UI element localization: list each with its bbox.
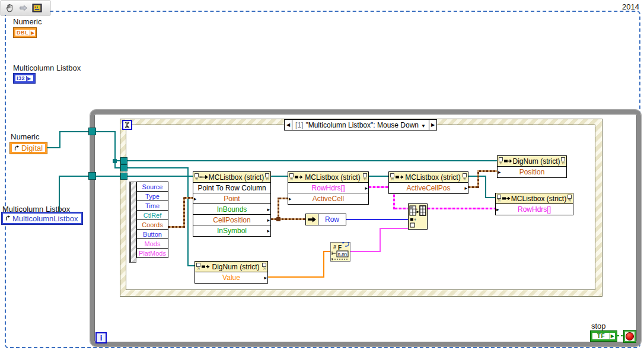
wire-value-double[interactable]	[324, 251, 330, 252]
event-data-node[interactable]: Source Type Time CtlRef Coords Button Mo…	[136, 182, 168, 258]
wire-digital-ref[interactable]	[60, 131, 89, 132]
unbundle-field-row[interactable]: Row	[318, 214, 346, 225]
pan-hand-icon[interactable]	[4, 3, 15, 14]
wire-listbox-ref[interactable]	[60, 176, 89, 177]
stop-boolean-terminal[interactable]: TF ▶	[590, 330, 617, 342]
svg-text:+: +	[416, 207, 418, 211]
property-node-dignum-value[interactable]: ?! DigNum (strict) ?! Value	[195, 261, 268, 284]
wire-listbox-ref-chain[interactable]	[485, 176, 486, 198]
digital-control-reference[interactable]: Digital	[10, 142, 47, 154]
refnum-arrow-icon	[5, 215, 11, 221]
property-position[interactable]: Position	[498, 167, 566, 177]
invoke-method-row[interactable]: Point To Row Column	[193, 183, 270, 193]
wire-number-string[interactable]	[350, 251, 381, 252]
event-data-item[interactable]: Time	[136, 201, 168, 211]
event-data-item[interactable]: Type	[136, 191, 168, 201]
wire-value-double[interactable]	[268, 276, 324, 278]
invoke-param-point[interactable]: Point	[193, 193, 270, 204]
loop-condition-terminal[interactable]	[623, 330, 636, 343]
next-case-arrow-icon[interactable]	[429, 120, 436, 130]
wire-listbox-ref[interactable]	[59, 176, 60, 212]
event-data-item[interactable]: Source	[136, 182, 168, 192]
property-node-activecellpos[interactable]: ?! MCListbox (strict) ?! ActiveCellPos	[388, 171, 468, 194]
event-data-item[interactable]: Button	[136, 229, 168, 239]
wire-activecellpos[interactable]	[477, 170, 479, 188]
wire-coords-to-point[interactable]	[184, 197, 193, 199]
hourglass-icon	[125, 122, 130, 128]
event-data-item[interactable]: CtlRef	[136, 210, 168, 220]
wire-digital-ref[interactable]	[95, 131, 115, 132]
loop-tunnel-listbox[interactable]	[88, 172, 96, 180]
reference-corner-icon: ?!	[196, 263, 201, 271]
wire-listbox-ref-chain[interactable]	[271, 176, 288, 177]
invoke-icon	[199, 174, 208, 180]
property-rowhdrs[interactable]: RowHdrs[]	[288, 183, 368, 193]
wire-listbox-ref-chain[interactable]	[369, 176, 388, 177]
property-value[interactable]: Value	[195, 272, 267, 283]
wire-listbox-ref-to-invoke[interactable]	[127, 176, 193, 177]
numeric-dbl-terminal[interactable]: DBL ▶	[13, 27, 37, 38]
wire-listbox-ref[interactable]	[95, 176, 120, 177]
forward-arrow-icon[interactable]	[18, 3, 28, 14]
unbundle-arrow-icon	[307, 215, 317, 224]
error-corner-icon: ?!	[567, 195, 572, 203]
invoke-node-mclistbox[interactable]: ?! MCListbox (strict) ?! Point To Row Co…	[193, 171, 271, 237]
invoke-param-inbounds[interactable]: InBounds	[193, 204, 270, 215]
previous-case-arrow-icon[interactable]	[285, 120, 292, 130]
listbox-i32-terminal[interactable]: I32 ▶	[13, 73, 36, 84]
wire-coords-cluster[interactable]	[168, 226, 184, 228]
wire-cellposition-to-activecell[interactable]	[279, 198, 288, 199]
reference-corner-icon: ?!	[498, 157, 503, 166]
node-class-title: MCListbox (strict)	[511, 195, 567, 203]
event-data-item[interactable]: Mods	[136, 238, 168, 249]
wire-number-string[interactable]	[380, 228, 381, 252]
wire-digital-ref[interactable]	[59, 131, 60, 148]
wire-digital-ref-to-dignum-position[interactable]	[127, 160, 497, 161]
vi-icon[interactable]	[31, 3, 42, 14]
wire-digital-ref-to-dignum-value[interactable]	[187, 167, 189, 266]
replace-array-subset-icon[interactable]: + +	[408, 203, 428, 232]
event-tunnel-1[interactable]	[120, 157, 127, 164]
terminal-arrow-icon: ▶	[26, 76, 31, 81]
invoke-param-cellposition[interactable]: CellPosition	[193, 215, 270, 225]
error-corner-icon: ?!	[264, 173, 270, 182]
event-case-selector[interactable]: [1] "Multicolumn Listbox": Mouse Down	[284, 119, 437, 131]
unbundle-by-name-icon[interactable]	[305, 214, 318, 225]
wire-number-string[interactable]	[381, 228, 408, 229]
wire-digital-ref-to-dignum-value[interactable]	[127, 167, 188, 168]
event-tunnel-3[interactable]	[120, 173, 127, 180]
event-data-node-handle[interactable]	[129, 182, 136, 263]
wire-digital-ref[interactable]	[47, 147, 60, 148]
property-rowhdrs-write[interactable]: RowHdrs[]	[496, 204, 573, 215]
terminal-arrow-icon: ▶	[610, 333, 615, 339]
property-node-rowhdrs-write[interactable]: ?! MCListbox (strict) ?! RowHdrs[]	[495, 193, 573, 215]
property-activecellpos[interactable]: ActiveCellPos	[389, 183, 468, 193]
event-tunnel-2[interactable]	[120, 164, 127, 171]
case-dropdown-icon[interactable]	[421, 121, 426, 129]
wire-coords-cluster[interactable]	[183, 197, 185, 228]
wire-row-index[interactable]	[346, 219, 408, 220]
invoke-param-insymbol[interactable]: InSymbol	[193, 225, 270, 236]
wire-value-double[interactable]	[323, 251, 324, 278]
property-activecell[interactable]: ActiveCell	[288, 193, 368, 204]
loop-iteration-terminal[interactable]: i	[95, 332, 107, 343]
property-node-rowhdrs-activecell[interactable]: ?! MCListbox (strict) ?! RowHdrs[] Activ…	[288, 171, 369, 205]
wire-replaced-array-to-rowhdrs[interactable]	[428, 208, 495, 209]
wire-rowhdrs-array[interactable]	[395, 208, 408, 209]
svg-text:#: #	[333, 244, 336, 250]
tf-type-text: TF	[592, 333, 610, 339]
wire-junction-dot[interactable]	[276, 217, 280, 221]
dbl-type-text: DBL	[15, 30, 30, 36]
wire-junction-dot[interactable]	[113, 159, 117, 163]
event-data-item[interactable]: Coords	[136, 219, 168, 230]
wire-listbox-ref-chain[interactable]	[486, 197, 495, 198]
wire-digital-ref-to-dignum-value[interactable]	[189, 265, 195, 266]
error-corner-icon: ?!	[362, 173, 368, 182]
number-to-fractional-string-icon[interactable]: # F n.nn	[330, 242, 350, 264]
property-node-dignum-position[interactable]: ?! DigNum (strict) ?! Position	[497, 155, 567, 178]
event-timeout-terminal[interactable]	[122, 120, 132, 130]
multicolumnlistbox-control-reference[interactable]: MulticolumnListbox	[2, 212, 82, 224]
loop-tunnel-digital[interactable]	[88, 128, 96, 135]
event-data-item[interactable]: PlatMods	[136, 248, 168, 258]
wire-activecellpos-to-position[interactable]	[479, 170, 497, 172]
